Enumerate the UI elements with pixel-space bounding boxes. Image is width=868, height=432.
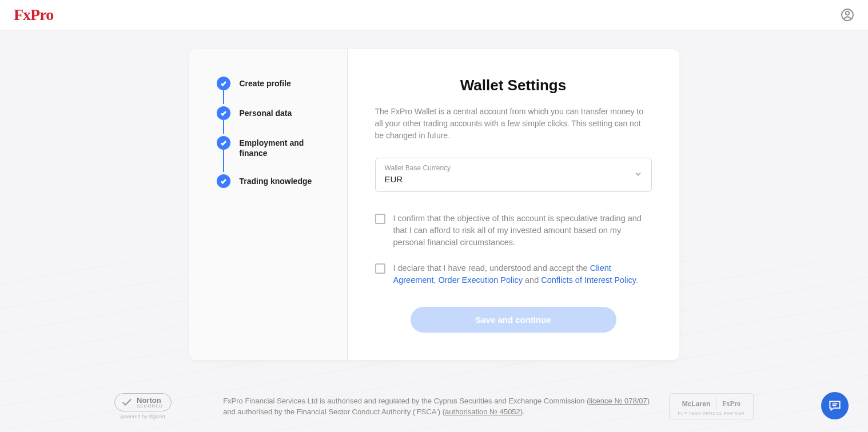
licence-link[interactable]: licence № 078/07 xyxy=(589,397,647,405)
step-create-profile: Create profile xyxy=(217,77,329,106)
partner-fxpro: FxPro xyxy=(716,397,746,410)
norton-badge[interactable]: Norton SECURED powered by digicert xyxy=(114,393,172,419)
step-employment-finance: Employment and finance xyxy=(217,136,329,174)
sep: , xyxy=(433,275,438,285)
step-label: Employment and finance xyxy=(240,136,329,158)
currency-value: EUR xyxy=(385,174,403,184)
partner-subtitle: F1™ TEAM OFFICIAL PARTNER xyxy=(676,411,746,415)
chevron-down-icon xyxy=(634,170,642,180)
footer-legal-text: FxPro Financial Services Ltd is authoris… xyxy=(223,395,652,418)
header: FxPro xyxy=(0,0,868,30)
confirm-speculative-checkbox[interactable] xyxy=(375,214,385,224)
auth-link[interactable]: authorisation № 45052 xyxy=(445,407,520,416)
check-icon xyxy=(217,174,230,188)
step-label: Trading knowledge xyxy=(240,174,312,186)
step-list: Create profile Personal data Employment … xyxy=(217,77,329,188)
user-icon[interactable] xyxy=(841,8,854,22)
check-icon xyxy=(217,106,230,120)
norton-secured: SECURED xyxy=(137,404,163,409)
partner-badge: McLaren FxPro F1™ TEAM OFFICIAL PARTNER xyxy=(669,393,754,419)
chat-icon xyxy=(827,398,842,413)
page-title: Wallet Settings xyxy=(375,77,652,94)
save-continue-button[interactable]: Save and continue xyxy=(411,307,616,333)
step-label: Create profile xyxy=(240,77,291,89)
period: . xyxy=(636,275,638,285)
confirm-speculative-text: I confirm that the objective of this acc… xyxy=(393,213,652,249)
currency-select[interactable]: Wallet Base Currency EUR xyxy=(375,158,652,192)
check-icon xyxy=(217,136,230,150)
description: The FxPro Wallet is a central account fr… xyxy=(375,106,652,142)
logo: FxPro xyxy=(14,6,53,24)
sep: and xyxy=(523,275,541,285)
legal-p1: FxPro Financial Services Ltd is authoris… xyxy=(223,397,589,405)
footer: Norton SECURED powered by digicert FxPro… xyxy=(0,393,868,419)
legal-p3: ). xyxy=(520,407,525,416)
confirm-agreements-checkbox[interactable] xyxy=(375,263,385,274)
norton-powered: powered by digicert xyxy=(121,414,165,419)
step-label: Personal data xyxy=(240,106,292,118)
step-personal-data: Personal data xyxy=(217,106,329,136)
step-trading-knowledge: Trading knowledge xyxy=(217,174,329,188)
partner-mclaren: McLaren xyxy=(676,398,716,410)
conflicts-policy-link[interactable]: Conflicts of Interest Policy xyxy=(541,275,636,285)
confirm-agreements-row: I declare that I have read, understood a… xyxy=(375,262,652,286)
confirm-speculative-row: I confirm that the objective of this acc… xyxy=(375,213,652,249)
confirm-agreements-text: I declare that I have read, understood a… xyxy=(393,262,652,286)
svg-point-1 xyxy=(846,11,849,15)
chat-button[interactable] xyxy=(821,392,849,419)
card: Create profile Personal data Employment … xyxy=(189,49,679,360)
norton-title: Norton xyxy=(137,397,163,404)
main-container: Create profile Personal data Employment … xyxy=(0,30,868,360)
currency-label: Wallet Base Currency xyxy=(385,164,642,172)
checkmark-icon xyxy=(121,396,133,409)
check-icon xyxy=(217,77,230,90)
sidebar: Create profile Personal data Employment … xyxy=(189,49,348,360)
order-execution-link[interactable]: Order Execution Policy xyxy=(439,275,523,285)
content-panel: Wallet Settings The FxPro Wallet is a ce… xyxy=(348,49,679,360)
agreements-prefix: I declare that I have read, understood a… xyxy=(393,263,590,273)
